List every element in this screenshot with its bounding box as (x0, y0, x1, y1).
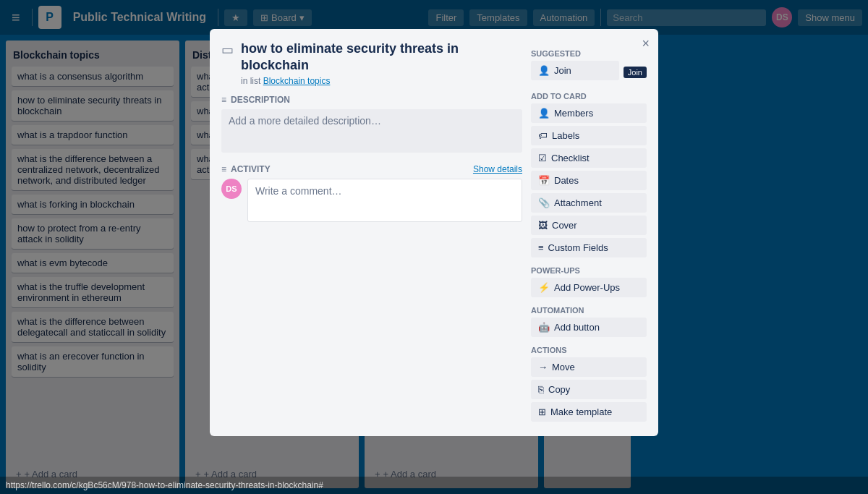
modal-subtitle: in list Blockchain topics (241, 76, 522, 86)
modal-header: ▭ how to eliminate security threats in b… (221, 41, 522, 86)
make-template-button[interactable]: ⊞ Make template (531, 402, 647, 422)
status-bar: https://trello.com/c/kgBc56cM/978-how-to… (0, 477, 868, 494)
automation-icon: 🤖 (538, 322, 550, 333)
join-button[interactable]: 👤 Join (531, 61, 619, 80)
activity-section: ≡ Activity Show details DS (221, 164, 522, 222)
move-button[interactable]: → Move (531, 357, 647, 377)
status-url: https://trello.com/c/kgBc56cM/978-how-to… (6, 480, 323, 490)
custom-fields-icon: ≡ (538, 242, 544, 253)
activity-icon: ≡ (221, 164, 226, 174)
add-to-card-label: Add to card (531, 92, 647, 101)
labels-icon: 🏷 (538, 130, 548, 141)
suggested-label: Suggested (531, 49, 647, 58)
cover-button[interactable]: 🖼 Cover (531, 216, 647, 235)
actions-label: Actions (531, 346, 647, 354)
modal-overlay[interactable]: ▭ how to eliminate security threats in b… (0, 0, 868, 494)
activity-title: ≡ Activity Show details (221, 164, 522, 174)
automation-section-label: Automation (531, 306, 647, 315)
comment-input[interactable] (247, 179, 522, 222)
add-power-ups-button[interactable]: ⚡ Add Power-Ups (531, 278, 647, 297)
comment-row: DS (221, 179, 522, 222)
add-button-button[interactable]: 🤖 Add button (531, 318, 647, 337)
checklist-icon: ☑ (538, 153, 547, 163)
labels-button[interactable]: 🏷 Labels (531, 126, 647, 145)
card-icon: ▭ (221, 42, 234, 58)
members-button[interactable]: 👤 Members (531, 103, 647, 123)
list-link[interactable]: Blockchain topics (263, 76, 331, 86)
checklist-button[interactable]: ☑ Checklist (531, 148, 647, 168)
move-icon: → (538, 362, 548, 372)
template-icon: ⊞ (538, 406, 546, 417)
copy-button[interactable]: ⎘ Copy (531, 380, 647, 399)
copy-icon: ⎘ (538, 384, 544, 395)
modal-main: ▭ how to eliminate security threats in b… (221, 41, 522, 425)
attachment-button[interactable]: 📎 Attachment (531, 193, 647, 213)
custom-fields-button[interactable]: ≡ Custom Fields (531, 238, 647, 257)
modal-sidebar: × Suggested 👤 Join Join Add to card 👤 Me… (531, 41, 647, 425)
close-button[interactable]: × (642, 36, 650, 51)
person-icon: 👤 (538, 65, 550, 76)
power-ups-section-label: Power-Ups (531, 266, 647, 275)
comment-avatar: DS (221, 179, 242, 199)
dates-icon: 📅 (538, 175, 550, 186)
members-icon: 👤 (538, 108, 550, 119)
cover-icon: 🖼 (538, 220, 548, 231)
show-details-link[interactable]: Show details (473, 164, 522, 174)
join-row: 👤 Join Join (531, 61, 647, 83)
card-detail-modal: ▭ how to eliminate security threats in b… (210, 29, 658, 436)
description-icon: ≡ (221, 95, 226, 105)
description-title: ≡ Description (221, 95, 522, 105)
power-ups-icon: ⚡ (538, 282, 550, 293)
modal-title: how to eliminate security threats in blo… (241, 41, 522, 74)
attachment-icon: 📎 (538, 197, 550, 208)
join-tooltip: Join (624, 67, 647, 78)
description-section: ≡ Description Add a more detailed descri… (221, 95, 522, 153)
dates-button[interactable]: 📅 Dates (531, 171, 647, 190)
description-input[interactable]: Add a more detailed description… (221, 109, 522, 153)
